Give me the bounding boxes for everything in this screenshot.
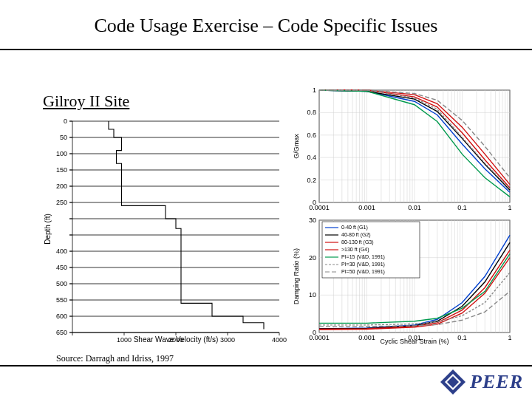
vs-ylabel: Depth (ft) bbox=[44, 214, 52, 245]
svg-text:200: 200 bbox=[56, 183, 67, 190]
peer-logo: PEER bbox=[440, 369, 523, 395]
svg-text:650: 650 bbox=[56, 329, 67, 336]
rule-bottom bbox=[0, 365, 532, 366]
svg-text:20: 20 bbox=[309, 254, 316, 262]
modulus-damping-charts: 00.20.40.60.81 0.00010.0010.010.11 G/Gma… bbox=[290, 87, 517, 346]
svg-text:1000: 1000 bbox=[117, 336, 132, 344]
svg-text:1: 1 bbox=[313, 87, 316, 94]
svg-text:30: 30 bbox=[309, 216, 316, 224]
source-caption: Source: Darragh and Idriss, 1997 bbox=[56, 353, 174, 364]
svg-text:3000: 3000 bbox=[220, 336, 235, 344]
vs-xlabel: Shear Wave Velocity (ft/s) bbox=[134, 335, 219, 344]
vs-profile-chart: 050100150200250400450500550600650 100020… bbox=[43, 118, 287, 344]
svg-text:0: 0 bbox=[64, 118, 67, 125]
svg-text:0-40 ft (G1): 0-40 ft (G1) bbox=[341, 225, 368, 231]
svg-text:1: 1 bbox=[508, 204, 511, 211]
svg-text:0.2: 0.2 bbox=[307, 177, 316, 184]
damp-xlabel: Cyclic Shear Strain (%) bbox=[380, 338, 449, 345]
svg-text:250: 250 bbox=[56, 199, 67, 206]
svg-text:0.8: 0.8 bbox=[307, 109, 316, 116]
svg-text:0.001: 0.001 bbox=[358, 204, 375, 211]
svg-text:0.6: 0.6 bbox=[307, 132, 316, 139]
svg-text:PI=50 (V&D, 1991): PI=50 (V&D, 1991) bbox=[341, 269, 385, 275]
svg-text:50: 50 bbox=[60, 134, 67, 141]
svg-text:600: 600 bbox=[56, 313, 67, 320]
svg-text:500: 500 bbox=[56, 280, 67, 287]
svg-text:400: 400 bbox=[56, 248, 67, 255]
svg-text:0.0001: 0.0001 bbox=[309, 204, 330, 211]
svg-text:PI=30 (V&D, 1991): PI=30 (V&D, 1991) bbox=[341, 262, 385, 267]
peer-logo-icon bbox=[440, 369, 466, 395]
svg-text:0.1: 0.1 bbox=[457, 204, 467, 211]
svg-text:4000: 4000 bbox=[272, 336, 287, 344]
svg-text:450: 450 bbox=[56, 264, 67, 271]
svg-text:PI=15 (V&D, 1991): PI=15 (V&D, 1991) bbox=[341, 254, 385, 260]
svg-text:>130 ft (G4): >130 ft (G4) bbox=[341, 247, 369, 253]
page-title: Code Usage Exercise – Code Specific Issu… bbox=[0, 15, 532, 37]
svg-text:1: 1 bbox=[508, 334, 511, 341]
svg-text:40-80 ft (G2): 40-80 ft (G2) bbox=[341, 232, 371, 238]
rule-top bbox=[0, 49, 532, 50]
svg-text:0.1: 0.1 bbox=[457, 334, 467, 341]
svg-text:100: 100 bbox=[56, 150, 67, 157]
svg-text:80-130 ft (G3): 80-130 ft (G3) bbox=[341, 239, 374, 245]
peer-logo-text: PEER bbox=[470, 371, 523, 393]
svg-text:0.001: 0.001 bbox=[358, 334, 375, 341]
ggmax-ylabel: G/Gmax bbox=[293, 134, 300, 159]
svg-text:0.4: 0.4 bbox=[307, 154, 316, 161]
svg-text:550: 550 bbox=[56, 296, 67, 304]
section-subtitle: Gilroy II Site bbox=[43, 92, 129, 111]
svg-text:0.0001: 0.0001 bbox=[309, 334, 330, 341]
svg-text:0.01: 0.01 bbox=[408, 204, 421, 211]
svg-text:150: 150 bbox=[56, 166, 67, 174]
svg-text:10: 10 bbox=[309, 291, 316, 299]
damp-ylabel: Damping Ratio (%) bbox=[293, 248, 300, 304]
slide-root: Code Usage Exercise – Code Specific Issu… bbox=[0, 0, 532, 399]
